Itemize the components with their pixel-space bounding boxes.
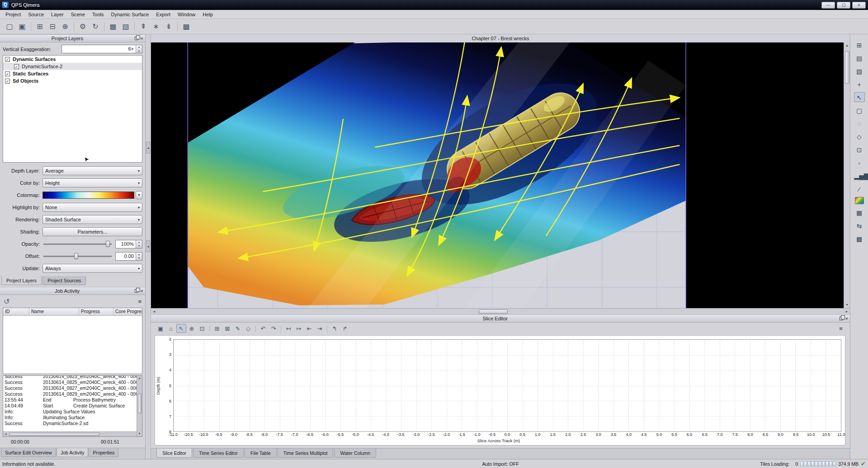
add-processed-files-icon[interactable]: ⊟ xyxy=(47,21,58,33)
reprocess-icon[interactable]: ↻ xyxy=(90,21,101,33)
close-panel-icon[interactable]: × xyxy=(845,316,848,321)
menu-export[interactable]: Export xyxy=(152,11,174,18)
log-row[interactable]: 14:04:49 Start Create Dynamic Surface xyxy=(3,403,137,409)
job-table-body[interactable] xyxy=(3,316,142,374)
float-panel-icon[interactable] xyxy=(135,37,138,40)
point-edit-icon[interactable]: ▫ xyxy=(854,158,865,168)
tab-project-layers[interactable]: Project Layers xyxy=(1,276,42,285)
window-titlebar[interactable]: Q QPS Qimera —▢× xyxy=(0,0,868,10)
new-project-icon[interactable]: ▢ xyxy=(4,21,15,33)
view-3d-icon[interactable]: ▧ xyxy=(854,66,865,76)
menu-project[interactable]: Project xyxy=(2,11,24,18)
color-by-dropdown[interactable]: Height ▾ xyxy=(42,178,142,187)
export-surface-icon[interactable]: ⇟ xyxy=(163,21,175,33)
histogram-icon[interactable]: ▂▅▇ xyxy=(854,171,865,181)
measure-icon[interactable]: + xyxy=(854,79,865,89)
rendering-dropdown[interactable]: Shaded Surface ▾ xyxy=(42,215,142,224)
scroll-right-icon[interactable]: ► xyxy=(844,309,850,315)
job-list-menu-icon[interactable]: ≡ xyxy=(138,298,142,305)
layer-checkbox[interactable] xyxy=(5,57,10,62)
job-table-column-header[interactable]: Progress xyxy=(79,308,113,315)
opacity-slider-handle[interactable] xyxy=(106,241,110,247)
log-row[interactable]: Success 20130614_0827_em2040C_wreck_400 … xyxy=(3,385,137,391)
offset-slider[interactable] xyxy=(42,252,113,260)
scroll-up-icon[interactable]: ▲ xyxy=(137,376,142,381)
log-row[interactable]: Info: Illuminating Surface xyxy=(3,415,137,421)
step-forward-icon[interactable]: ⇥ xyxy=(315,324,325,333)
spin-arrows-icon[interactable]: ▴▾ xyxy=(136,240,142,248)
colormap-dropdown-icon[interactable]: ▾ xyxy=(136,191,142,199)
tab-job-activity[interactable]: Job Activity xyxy=(57,448,89,457)
close-panel-icon[interactable]: × xyxy=(141,36,143,41)
opacity-spinbox[interactable]: 100% ▴▾ xyxy=(115,240,142,248)
log-row[interactable]: Success 20130614_0823_em2040C_wreck_400 … xyxy=(3,376,137,379)
edit-polygon-icon[interactable]: ◇ xyxy=(243,324,253,333)
log-horizontal-scrollbar[interactable]: ◄ xyxy=(3,431,137,436)
rect-select-icon[interactable]: ▢ xyxy=(854,105,865,115)
swap-axes-icon[interactable]: ⇆ xyxy=(854,220,865,230)
next-slice-icon[interactable]: ↦ xyxy=(294,324,304,333)
tab-time-series-editor[interactable]: Time Series Editor xyxy=(193,449,244,458)
opacity-slider[interactable] xyxy=(42,240,113,248)
log-row[interactable]: 13:55:44 End Process Bathymetry xyxy=(3,397,137,403)
update-surface-icon[interactable]: ∗ xyxy=(150,21,162,33)
tab-project-sources[interactable]: Project Sources xyxy=(42,276,86,285)
menu-tools[interactable]: Tools xyxy=(89,11,108,18)
update-dropdown[interactable]: Always ▾ xyxy=(42,264,142,273)
map-horizontal-scrollbar[interactable]: ◄ ► xyxy=(151,308,850,314)
polygon-select-icon[interactable]: ◇ xyxy=(854,131,865,141)
maximize-button[interactable]: ▢ xyxy=(837,2,850,9)
add-raw-sonar-files-icon[interactable]: ⊞ xyxy=(34,21,46,33)
slice-plot[interactable] xyxy=(173,339,841,432)
home-icon[interactable]: ⌂ xyxy=(166,324,176,333)
grid-tool-icon[interactable]: ▩ xyxy=(180,21,192,33)
step-back-icon[interactable]: ⇤ xyxy=(304,324,314,333)
vertical-exaggeration-spinbox[interactable]: 6× ▴▾ xyxy=(61,45,142,53)
log-row[interactable]: Info: Updating Surface Values xyxy=(3,409,137,415)
prev-slice-icon[interactable]: ↤ xyxy=(283,324,293,333)
refresh-icon[interactable]: ↺ xyxy=(4,297,9,306)
scrollbar-thumb[interactable] xyxy=(9,433,99,436)
select-cursor-icon[interactable]: ↖ xyxy=(176,324,186,333)
scroll-down-icon[interactable]: ▼ xyxy=(137,431,142,436)
depth-layer-dropdown[interactable]: Average ▾ xyxy=(42,166,142,175)
collapse-left-icon[interactable]: ◄ xyxy=(146,240,150,252)
menu-dynamic-surface[interactable]: Dynamic Surface xyxy=(108,11,153,18)
accept-soundings-icon[interactable]: ⊞ xyxy=(212,324,222,333)
panel-menu-icon[interactable]: ≡ xyxy=(836,325,845,332)
scroll-up-icon[interactable]: ▲ xyxy=(844,42,850,49)
float-panel-icon[interactable] xyxy=(135,289,138,293)
processing-settings-gear-icon[interactable]: ⚙ xyxy=(77,21,89,33)
slice-editor-header[interactable]: Slice Editor × xyxy=(151,314,850,323)
tab-slice-editor[interactable]: Slice Editor xyxy=(156,449,192,458)
scroll-left-icon[interactable]: ◄ xyxy=(151,309,157,315)
create-static-surface-icon[interactable]: ▧ xyxy=(120,21,132,33)
select-cursor-icon[interactable]: ↖ xyxy=(854,92,865,102)
table-view-icon[interactable]: ⊞ xyxy=(854,40,865,50)
tab-water-column[interactable]: Water Column xyxy=(334,449,376,458)
layer-dynamic-surfaces[interactable]: Dynamic Surfaces xyxy=(3,56,142,63)
layer-dynamicsurface-2[interactable]: DynamicSurface-2 xyxy=(3,63,142,70)
slice-chart[interactable]: Depth (m) 2345678 -11.0-10.5-10.0-9.5-9.… xyxy=(155,335,845,445)
map-vertical-scrollbar[interactable]: ▲ ▼ xyxy=(844,42,850,308)
panel-splitter[interactable]: ◄ ◄ xyxy=(146,34,151,459)
tab-file-table[interactable]: File Table xyxy=(245,449,277,458)
layer-sd-objects[interactable]: Sd Objects xyxy=(3,77,142,84)
offset-slider-handle[interactable] xyxy=(74,253,78,259)
create-dynamic-surface-icon[interactable]: ▦ xyxy=(107,21,119,33)
colormap-icon[interactable] xyxy=(855,197,864,204)
log-vertical-scrollbar[interactable]: ▲ ▼ xyxy=(137,376,142,436)
layout-report-icon[interactable]: ▤ xyxy=(854,53,865,63)
zoom-window-icon[interactable]: ⊡ xyxy=(197,324,207,333)
menu-scene[interactable]: Scene xyxy=(67,11,89,18)
scrollbar-thumb[interactable] xyxy=(845,51,849,84)
scrollbar-thumb[interactable] xyxy=(138,393,142,413)
slope-icon[interactable]: ∕ xyxy=(854,184,865,194)
redo-icon[interactable]: ↷ xyxy=(269,324,278,333)
close-panel-icon[interactable]: × xyxy=(141,289,143,293)
log-row[interactable]: Success 20130614_0825_em2040C_wreck_400 … xyxy=(3,379,137,385)
menu-layer[interactable]: Layer xyxy=(47,11,67,18)
layer-checkbox[interactable] xyxy=(14,64,19,69)
edit-with-pencil-icon[interactable]: ✎ xyxy=(233,324,243,333)
scroll-down-icon[interactable]: ▼ xyxy=(844,302,850,308)
